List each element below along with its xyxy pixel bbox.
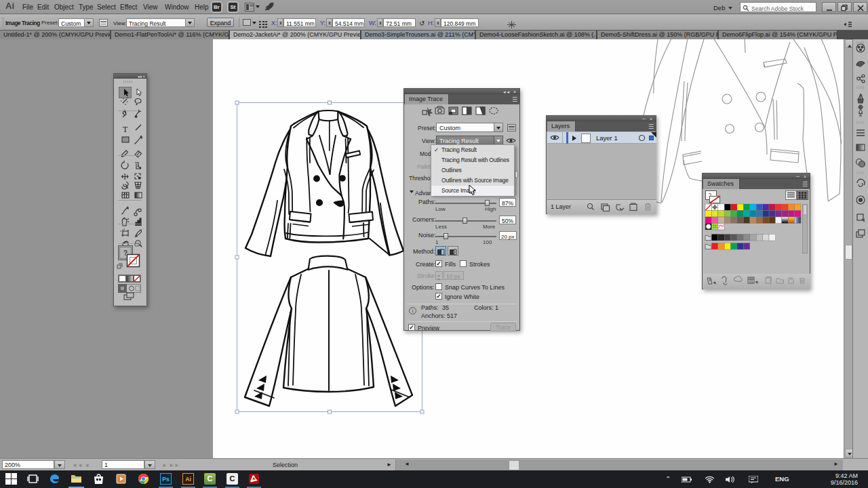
svg-text:T: T	[123, 125, 128, 134]
